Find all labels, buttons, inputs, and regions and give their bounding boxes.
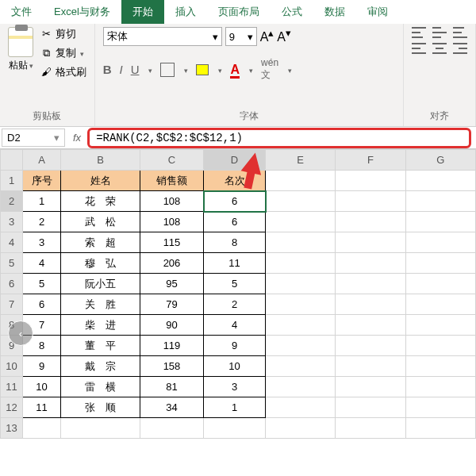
group-label: 剪贴板 bbox=[8, 106, 86, 123]
cell[interactable]: 6 bbox=[204, 191, 266, 212]
increase-font-icon[interactable]: A▴ bbox=[260, 27, 274, 46]
cell[interactable]: 108 bbox=[140, 191, 204, 212]
fx-icon[interactable]: fx bbox=[67, 132, 87, 144]
row-header[interactable]: 12 bbox=[1, 397, 23, 418]
tab-home[interactable]: 开始 bbox=[121, 0, 164, 24]
cell[interactable]: 34 bbox=[140, 397, 204, 418]
cell[interactable]: 花 荣 bbox=[61, 191, 140, 212]
fill-color-button[interactable] bbox=[196, 64, 209, 75]
decrease-font-icon[interactable]: A▾ bbox=[277, 27, 291, 46]
cell[interactable]: 5 bbox=[23, 274, 61, 294]
align-left-icon[interactable] bbox=[412, 43, 426, 54]
cell[interactable]: 9 bbox=[23, 356, 61, 377]
overlay-nav-icon[interactable]: ‹ bbox=[8, 321, 33, 346]
italic-button[interactable]: I bbox=[119, 63, 122, 76]
formula-input[interactable]: =RANK(C2,$C$2:$C$12,1) bbox=[87, 128, 471, 148]
cell[interactable]: 10 bbox=[204, 356, 266, 377]
cell[interactable]: 2 bbox=[204, 294, 266, 315]
cell[interactable]: 158 bbox=[140, 356, 204, 377]
cell[interactable]: 阮小五 bbox=[61, 274, 140, 294]
tab-formula[interactable]: 公式 bbox=[271, 0, 313, 24]
cell[interactable]: 姓名 bbox=[61, 171, 140, 191]
copy-button[interactable]: ⧉ 复制 bbox=[40, 46, 86, 60]
cut-button[interactable]: ✂ 剪切 bbox=[40, 27, 86, 41]
cell[interactable]: 9 bbox=[204, 336, 266, 356]
cell[interactable]: 115 bbox=[140, 232, 204, 253]
cell[interactable]: 1 bbox=[204, 397, 266, 418]
paste-button[interactable]: 粘贴 bbox=[8, 27, 33, 72]
font-name-select[interactable]: 宋体▾ bbox=[103, 27, 222, 46]
cell[interactable]: 119 bbox=[140, 336, 204, 356]
cell[interactable]: 206 bbox=[140, 253, 204, 274]
cell[interactable]: 雷 横 bbox=[61, 377, 140, 397]
col-header[interactable]: E bbox=[266, 150, 336, 171]
cell[interactable]: 8 bbox=[204, 232, 266, 253]
col-header[interactable]: G bbox=[405, 150, 475, 171]
tab-file[interactable]: 文件 bbox=[0, 0, 43, 24]
cell[interactable]: 1 bbox=[23, 191, 61, 212]
cell[interactable]: 3 bbox=[23, 232, 61, 253]
align-center-icon[interactable] bbox=[432, 43, 447, 54]
row-header[interactable]: 2 bbox=[1, 191, 23, 212]
underline-button[interactable]: U bbox=[131, 63, 140, 76]
font-size-select[interactable]: 9▾ bbox=[225, 27, 257, 46]
tab-insert[interactable]: 插入 bbox=[164, 0, 207, 24]
tab-review[interactable]: 审阅 bbox=[356, 0, 399, 24]
row-header[interactable]: 10 bbox=[1, 356, 23, 377]
tab-layout[interactable]: 页面布局 bbox=[207, 0, 271, 24]
bold-button[interactable]: B bbox=[103, 63, 112, 76]
row-header[interactable]: 11 bbox=[1, 377, 23, 397]
name-box[interactable]: D2▾ bbox=[2, 129, 65, 147]
tab-excel-finance[interactable]: Excel与财务 bbox=[43, 0, 121, 24]
cell[interactable]: 关 胜 bbox=[61, 294, 140, 315]
cell[interactable]: 张 顺 bbox=[61, 397, 140, 418]
row-header[interactable]: 1 bbox=[1, 171, 23, 191]
align-middle-icon[interactable] bbox=[432, 27, 447, 38]
cell[interactable]: 10 bbox=[23, 377, 61, 397]
cell[interactable]: 5 bbox=[204, 274, 266, 294]
font-color-button[interactable]: A bbox=[230, 63, 240, 77]
cell[interactable]: 11 bbox=[204, 253, 266, 274]
tab-data[interactable]: 数据 bbox=[313, 0, 356, 24]
cell[interactable]: 95 bbox=[140, 274, 204, 294]
cell[interactable]: 2 bbox=[23, 212, 61, 232]
cell[interactable]: 序号 bbox=[23, 171, 61, 191]
scissors-icon: ✂ bbox=[40, 28, 52, 40]
phonetic-button[interactable]: wén文 bbox=[261, 57, 278, 82]
cell[interactable]: 董 平 bbox=[61, 336, 140, 356]
align-top-icon[interactable] bbox=[412, 27, 426, 38]
cell[interactable]: 81 bbox=[140, 377, 204, 397]
cell[interactable]: 4 bbox=[204, 315, 266, 336]
cell[interactable]: 戴 宗 bbox=[61, 356, 140, 377]
align-right-icon[interactable] bbox=[453, 43, 467, 54]
row-header[interactable]: 4 bbox=[1, 232, 23, 253]
cell[interactable]: 79 bbox=[140, 294, 204, 315]
cell[interactable]: 11 bbox=[23, 397, 61, 418]
cell[interactable]: 6 bbox=[204, 212, 266, 232]
cell[interactable]: 柴 进 bbox=[61, 315, 140, 336]
cell[interactable]: 索 超 bbox=[61, 232, 140, 253]
group-label: 对齐 bbox=[412, 106, 467, 123]
cell[interactable]: 销售额 bbox=[140, 171, 204, 191]
cell[interactable]: 武 松 bbox=[61, 212, 140, 232]
cell[interactable]: 3 bbox=[204, 377, 266, 397]
row-header[interactable]: 3 bbox=[1, 212, 23, 232]
cell[interactable]: 6 bbox=[23, 294, 61, 315]
format-painter-button[interactable]: 🖌 格式刷 bbox=[40, 65, 86, 79]
cell[interactable]: 4 bbox=[23, 253, 61, 274]
border-button[interactable] bbox=[160, 63, 175, 77]
col-header[interactable]: C bbox=[140, 150, 204, 171]
cell[interactable]: 90 bbox=[140, 315, 204, 336]
col-header[interactable]: B bbox=[61, 150, 140, 171]
col-header[interactable]: A bbox=[23, 150, 61, 171]
row-header[interactable]: 6 bbox=[1, 274, 23, 294]
worksheet[interactable]: ‹ A B C D E F G 1 序号 姓名 销售额 名次 21花 荣1086… bbox=[0, 149, 476, 439]
row-header[interactable]: 7 bbox=[1, 294, 23, 315]
align-group: 对齐 bbox=[404, 24, 476, 126]
cell[interactable]: 108 bbox=[140, 212, 204, 232]
cell[interactable]: 穆 弘 bbox=[61, 253, 140, 274]
row-header[interactable]: 5 bbox=[1, 253, 23, 274]
col-header[interactable]: F bbox=[336, 150, 405, 171]
align-bottom-icon[interactable] bbox=[453, 27, 467, 38]
row-header[interactable]: 13 bbox=[1, 418, 23, 439]
